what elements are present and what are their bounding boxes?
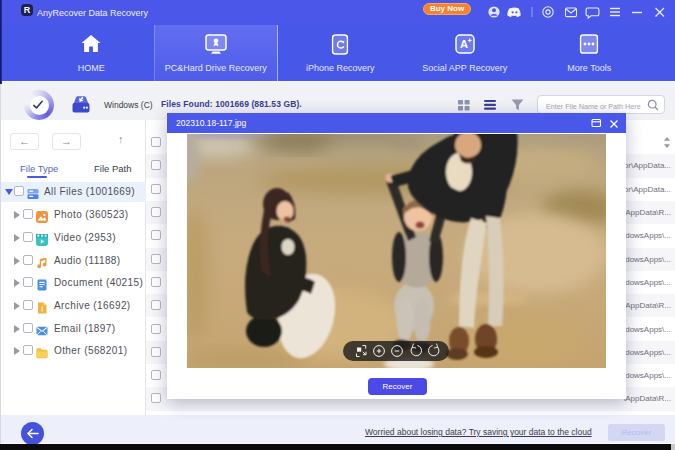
svg-text:A: A: [460, 38, 468, 50]
